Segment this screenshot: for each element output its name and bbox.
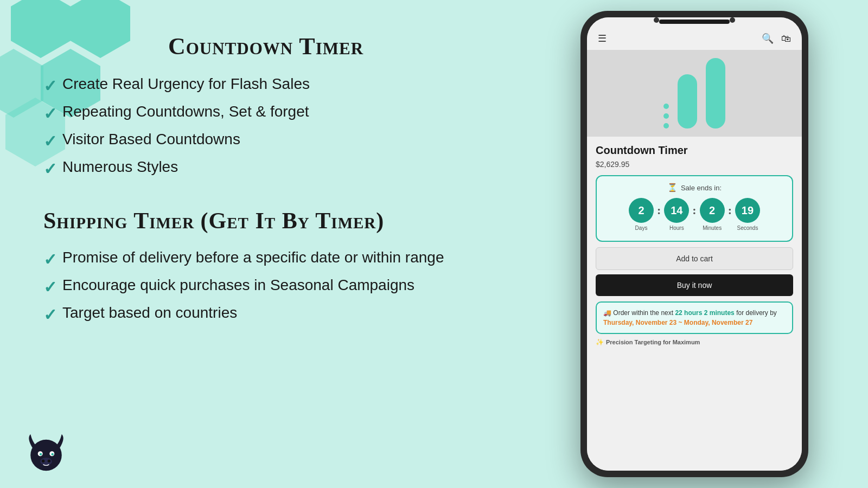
feature-item-4: ✓ Numerous Styles	[43, 158, 488, 178]
minutes-circle: 2	[700, 198, 725, 223]
hours-label: Hours	[669, 225, 684, 231]
feature-text-1: Create Real Urgency for Flash Sales	[62, 75, 310, 93]
svg-point-4	[51, 453, 54, 455]
product-shape-1	[678, 74, 697, 129]
shipping-highlight-time: 22 hours 2 minutes	[675, 309, 734, 317]
add-to-cart-button[interactable]: Add to cart	[596, 247, 793, 270]
countdown-features-list: ✓ Create Real Urgency for Flash Sales ✓ …	[43, 75, 488, 186]
feature-text-3: Visitor Based Countdowns	[62, 131, 240, 148]
right-panel: ☰ 🔍 🛍 C	[521, 0, 868, 488]
seconds-label: Seconds	[737, 225, 758, 231]
left-panel: Countdown Timer ✓ Create Real Urgency fo…	[0, 0, 521, 488]
countdown-header: ⏳ Sale ends in:	[605, 183, 783, 192]
days-circle: 2	[629, 198, 654, 223]
truck-icon: 🚚	[603, 309, 613, 317]
dot-1	[663, 104, 669, 109]
dot-2	[663, 113, 669, 119]
minutes-label: Minutes	[703, 225, 722, 231]
svg-point-6	[42, 460, 44, 463]
seconds-unit: 19 Seconds	[735, 198, 760, 231]
countdown-numbers: 2 Days : 14 Hours : 2 Minutes	[605, 198, 783, 231]
search-icon[interactable]: 🔍	[762, 33, 774, 44]
svg-point-0	[30, 440, 62, 471]
product-content: Countdown Timer $2,629.95 ⏳ Sale ends in…	[587, 137, 802, 471]
shipping-feature-2: ✓ Encourage quick purchases in Seasonal …	[43, 277, 488, 297]
star-icon: ✨	[596, 338, 604, 346]
product-image-area	[587, 50, 802, 137]
shipping-feature-1: ✓ Promise of delivery before a specific …	[43, 249, 488, 269]
cart-icon[interactable]: 🛍	[781, 33, 791, 44]
checkmark-4: ✓	[43, 159, 57, 178]
colon-2: :	[692, 203, 696, 217]
hours-circle: 14	[664, 198, 689, 223]
shipping-timer-title: Shipping Timer (Get It By Timer)	[43, 208, 488, 234]
shipping-middle: for delivery by	[736, 309, 777, 317]
countdown-timer-box: ⏳ Sale ends in: 2 Days : 14 Hours	[596, 175, 793, 242]
shipping-feature-text-3: Target based on countries	[62, 304, 237, 322]
checkmark-5: ✓	[43, 250, 57, 269]
bull-logo	[22, 428, 71, 477]
days-label: Days	[635, 225, 648, 231]
svg-point-3	[40, 453, 42, 455]
precision-text: ✨ Precision Targeting for Maximum	[596, 338, 793, 346]
shipping-date-range: Thursday, November 23 ~ Monday, November…	[603, 319, 752, 326]
phone-topbar-icons: 🔍 🛍	[762, 33, 791, 44]
feature-item-1: ✓ Create Real Urgency for Flash Sales	[43, 75, 488, 95]
minutes-unit: 2 Minutes	[700, 198, 725, 231]
precision-label: Precision Targeting for Maximum	[606, 339, 700, 345]
hourglass-icon: ⏳	[667, 183, 678, 192]
checkmark-3: ✓	[43, 132, 57, 151]
phone-notch	[659, 20, 730, 24]
shipping-timer-box: 🚚 Order within the next 22 hours 2 minut…	[596, 301, 793, 334]
shipping-features-list: ✓ Promise of delivery before a specific …	[43, 249, 488, 332]
feature-item-2: ✓ Repeating Countdowns, Set & forget	[43, 103, 488, 123]
product-shape-2	[706, 58, 725, 129]
hamburger-icon[interactable]: ☰	[598, 33, 607, 44]
countdown-timer-title: Countdown Timer	[43, 33, 488, 60]
feature-item-3: ✓ Visitor Based Countdowns	[43, 131, 488, 151]
checkmark-7: ✓	[43, 305, 57, 324]
colon-1: :	[657, 203, 661, 217]
seconds-circle: 19	[735, 198, 760, 223]
phone-camera-right	[730, 17, 735, 23]
svg-point-7	[48, 460, 50, 463]
sale-ends-label: Sale ends in:	[681, 184, 722, 192]
shipping-feature-text-1: Promise of delivery before a specific da…	[62, 249, 444, 266]
phone-mockup: ☰ 🔍 🛍 C	[580, 11, 808, 477]
feature-text-4: Numerous Styles	[62, 158, 178, 176]
feature-text-2: Repeating Countdowns, Set & forget	[62, 103, 309, 120]
phone-camera-left	[654, 17, 659, 23]
phone-screen: ☰ 🔍 🛍 C	[587, 17, 802, 471]
shipping-feature-text-2: Encourage quick purchases in Seasonal Ca…	[62, 277, 414, 294]
product-name: Countdown Timer	[596, 144, 793, 157]
dot-3	[663, 123, 669, 129]
days-unit: 2 Days	[629, 198, 654, 231]
shipping-feature-3: ✓ Target based on countries	[43, 304, 488, 324]
checkmark-2: ✓	[43, 104, 57, 123]
colon-3: :	[728, 203, 732, 217]
hours-unit: 14 Hours	[664, 198, 689, 231]
buy-now-button[interactable]: Buy it now	[596, 274, 793, 296]
product-dots	[663, 98, 669, 129]
checkmark-1: ✓	[43, 76, 57, 95]
checkmark-6: ✓	[43, 278, 57, 297]
shipping-text: 🚚 Order within the next 22 hours 2 minut…	[603, 308, 786, 328]
product-price: $2,629.95	[596, 160, 793, 169]
shipping-prefix: Order within the next	[613, 309, 673, 317]
product-illustration	[663, 58, 725, 129]
